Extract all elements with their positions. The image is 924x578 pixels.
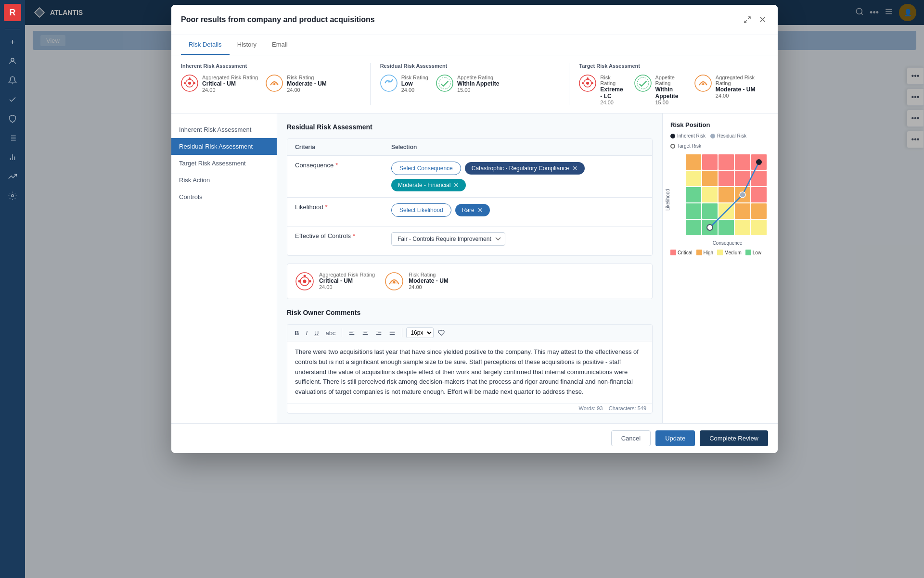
- sidebar-icon-users[interactable]: [4, 52, 21, 70]
- consequence-tag-catastrophic-close[interactable]: ✕: [572, 165, 578, 172]
- inherent-risk-section: Inherent Risk Assessment: [181, 63, 370, 105]
- result-risk-rating-card: Risk Rating Moderate - UM 24.00: [385, 272, 449, 291]
- svg-rect-80: [686, 220, 701, 235]
- consequence-label: Consequence *: [295, 162, 391, 169]
- residual-appetite-info: Appetite Rating Within Appetite 15.00: [457, 75, 499, 93]
- select-likelihood-btn[interactable]: Select Likelihood: [391, 203, 451, 217]
- result-aggregated-num: 24.00: [319, 284, 375, 290]
- svg-rect-70: [686, 187, 701, 202]
- svg-point-25: [273, 83, 275, 85]
- sidebar-icon-chart[interactable]: [4, 149, 21, 166]
- rte-special-btn[interactable]: [436, 328, 447, 338]
- target-appetite-num: 15.00: [655, 100, 687, 105]
- select-consequence-btn[interactable]: Select Consequence: [391, 162, 461, 175]
- risk-position-title: Risk Position: [670, 121, 770, 128]
- consequence-tag-moderate: Moderate - Financial ✕: [391, 179, 466, 191]
- svg-point-47: [393, 281, 396, 284]
- svg-point-88: [740, 192, 745, 198]
- svg-point-39: [702, 83, 704, 85]
- rte-align-right-btn[interactable]: [373, 328, 385, 338]
- inherent-aggregated-value: Critical - UM: [202, 80, 258, 87]
- svg-rect-67: [719, 171, 734, 186]
- controls-effectiveness-row: Effective of Controls * Fair - Controls …: [287, 226, 652, 255]
- sidebar-icon-home[interactable]: ＋: [4, 33, 21, 50]
- target-appetite-label: Appetite Rating: [655, 75, 687, 86]
- target-risk-rating-info: Risk Rating Extreme - LC 24.00: [600, 75, 626, 105]
- modal-header: Poor results from company and product ac…: [171, 5, 778, 35]
- svg-rect-72: [719, 187, 734, 202]
- rte-align-justify-btn[interactable]: [386, 328, 398, 338]
- sidebar: R ＋: [0, 0, 25, 578]
- sidebar-icon-trending[interactable]: [4, 168, 21, 185]
- main-content: ATLANTIS ••• 👤 View: [25, 0, 924, 578]
- assessment-header: Inherent Risk Assessment: [171, 55, 778, 113]
- rte-content[interactable]: There were two acquisitions last year th…: [287, 341, 652, 403]
- result-risk-rating-num: 24.00: [409, 284, 449, 290]
- likelihood-tag-rare: Rare ✕: [455, 204, 490, 216]
- main-scroll-area[interactable]: Residual Risk Assessment Criteria Select…: [277, 113, 662, 423]
- nav-controls[interactable]: Controls: [171, 188, 277, 205]
- nav-residual-risk[interactable]: Residual Risk Assessment: [171, 138, 277, 155]
- rte-strikethrough-btn[interactable]: abc: [323, 328, 338, 338]
- close-button[interactable]: ✕: [757, 13, 768, 27]
- svg-rect-76: [702, 203, 718, 219]
- criteria-table-header: Criteria Selection: [287, 139, 652, 156]
- svg-rect-63: [735, 154, 750, 170]
- critical-swatch: [670, 250, 676, 255]
- complete-review-button[interactable]: Complete Review: [700, 430, 768, 446]
- controls-required: *: [353, 232, 355, 239]
- likelihood-row: Likelihood * Select Likelihood Rare ✕: [287, 198, 652, 226]
- modal-tabs: Risk Details History Email: [171, 35, 778, 55]
- consequence-row: Consequence * Select Consequence Catastr…: [287, 156, 652, 198]
- svg-rect-75: [686, 203, 701, 219]
- rte-font-size-select[interactable]: 16px 12px 14px 18px 24px: [406, 327, 434, 338]
- sidebar-icon-settings[interactable]: [4, 187, 21, 204]
- target-risk-rating-num: 24.00: [600, 100, 626, 105]
- target-aggregated-card: Aggregated Risk Rating Moderate - UM 24.…: [694, 75, 758, 105]
- legend-critical: Critical: [670, 250, 693, 255]
- nav-inherent-risk[interactable]: Inherent Risk Assessment: [171, 121, 277, 138]
- nav-risk-action[interactable]: Risk Action: [171, 172, 277, 188]
- likelihood-tag-rare-close[interactable]: ✕: [477, 207, 483, 214]
- svg-rect-62: [719, 154, 734, 170]
- legend-target: Target Risk: [670, 143, 701, 149]
- consequence-tag-moderate-close[interactable]: ✕: [453, 182, 459, 188]
- target-risk-rating-card: Risk Rating Extreme - LC 24.00: [579, 75, 626, 105]
- target-aggregated-num: 24.00: [716, 93, 758, 99]
- expand-button[interactable]: [742, 14, 753, 25]
- target-risk-section: Target Risk Assessment: [569, 63, 768, 105]
- nav-target-risk[interactable]: Target Risk Assessment: [171, 155, 277, 172]
- sidebar-icon-bell[interactable]: [4, 72, 21, 89]
- result-aggregated-value: Critical - UM: [319, 277, 375, 284]
- tab-risk-details[interactable]: Risk Details: [181, 35, 230, 55]
- sidebar-icon-check[interactable]: [4, 91, 21, 108]
- target-appetite-info: Appetite Rating Within Appetite 15.00: [655, 75, 687, 105]
- tab-history[interactable]: History: [230, 35, 264, 55]
- high-swatch: [696, 250, 702, 255]
- modal-footer: Cancel Update Complete Review: [171, 423, 778, 453]
- controls-effectiveness-dropdown[interactable]: Fair - Controls Require Improvement Good…: [391, 232, 505, 246]
- rte-align-left-btn[interactable]: [346, 328, 358, 338]
- rte-bold-btn[interactable]: B: [292, 328, 301, 338]
- residual-risk-section: Residual Risk Assessment Risk Rating: [370, 63, 569, 105]
- svg-rect-61: [702, 154, 718, 170]
- rte-italic-btn[interactable]: I: [303, 328, 310, 338]
- controls-effectiveness-selection: Fair - Controls Require Improvement Good…: [391, 232, 644, 246]
- risk-owner-comments-title: Risk Owner Comments: [287, 309, 653, 316]
- sidebar-icon-shield[interactable]: [4, 110, 21, 127]
- update-button[interactable]: Update: [655, 430, 695, 446]
- cancel-button[interactable]: Cancel: [611, 430, 651, 446]
- residual-appetite-value: Within Appetite: [457, 80, 499, 87]
- sidebar-icon-list[interactable]: [4, 129, 21, 147]
- residual-risk-cards: Risk Rating Low 24.00: [380, 75, 560, 93]
- rte-underline-btn[interactable]: U: [312, 328, 321, 338]
- rte-align-center-btn[interactable]: [359, 328, 371, 338]
- modal-header-actions: ✕: [742, 13, 768, 27]
- svg-point-42: [303, 280, 307, 283]
- result-risk-rating-info: Risk Rating Moderate - UM 24.00: [409, 272, 449, 290]
- tab-email[interactable]: Email: [264, 35, 295, 55]
- criteria-col-header: Criteria: [295, 144, 391, 151]
- app-logo: R: [4, 4, 21, 21]
- svg-rect-74: [751, 187, 767, 202]
- consequence-selection: Select Consequence Catastrophic - Regula…: [391, 162, 644, 191]
